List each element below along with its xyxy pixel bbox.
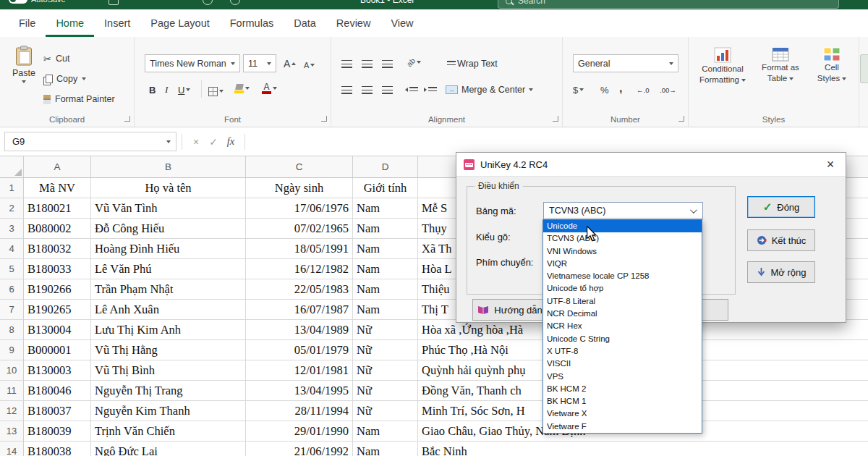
- column-header-a[interactable]: A: [24, 156, 91, 178]
- cell-a10[interactable]: B130003: [24, 360, 91, 381]
- dropdown-item[interactable]: NCR Decimal: [543, 308, 702, 320]
- cell-a3[interactable]: B080002: [24, 219, 91, 239]
- row-number[interactable]: 11: [0, 381, 24, 401]
- dropdown-item[interactable]: Unicode C String: [543, 333, 702, 345]
- align-right-button[interactable]: [382, 82, 393, 98]
- dropdown-item[interactable]: NCR Hex: [543, 320, 702, 332]
- font-size-combobox[interactable]: 11: [243, 54, 276, 72]
- cell-a12[interactable]: B180037: [24, 401, 91, 421]
- decrease-indent-button[interactable]: [405, 82, 418, 98]
- decrease-font-button[interactable]: A: [304, 57, 315, 73]
- row-number[interactable]: 1: [0, 178, 24, 198]
- font-name-combobox[interactable]: Times New Roman: [145, 54, 240, 72]
- cell-a4[interactable]: B180032: [24, 239, 91, 259]
- dropdown-item[interactable]: VPS: [543, 371, 702, 383]
- decrease-decimal-button[interactable]: .00→: [660, 82, 676, 98]
- insert-function-button[interactable]: fx: [222, 135, 239, 148]
- tab-view[interactable]: View: [380, 9, 423, 37]
- tab-review[interactable]: Review: [326, 9, 381, 37]
- cell-d12[interactable]: Nữ: [353, 401, 418, 421]
- bold-button[interactable]: B: [149, 82, 156, 98]
- cell-b9[interactable]: Vũ Thị Hằng: [91, 340, 246, 360]
- cell-a14[interactable]: B180038: [24, 442, 91, 456]
- mo-rong-button[interactable]: Mở rộng: [747, 261, 815, 283]
- cell-c9[interactable]: 05/01/1979: [246, 340, 353, 360]
- tab-file[interactable]: File: [9, 9, 46, 37]
- format-as-table-button[interactable]: Format as Table: [755, 47, 806, 83]
- cell-c14[interactable]: 21/06/1992: [246, 442, 353, 456]
- cell-d3[interactable]: Nam: [353, 219, 418, 239]
- enter-button[interactable]: ✓: [205, 136, 222, 148]
- row-number[interactable]: 3: [0, 219, 24, 239]
- cell-b14[interactable]: Ngô Đức Lai: [91, 442, 246, 456]
- autosave-toggle[interactable]: AutoSave: [9, 0, 66, 4]
- number-format-combobox[interactable]: General: [573, 54, 678, 72]
- cell-c8[interactable]: 13/04/1989: [246, 320, 353, 340]
- column-header-d[interactable]: D: [353, 156, 418, 178]
- dropdown-item[interactable]: TCVN3 (ABC): [543, 232, 702, 245]
- cell-b7[interactable]: Lê Anh Xuân: [91, 300, 246, 320]
- orientation-button[interactable]: ab: [407, 54, 421, 70]
- cell-d14[interactable]: Nam: [353, 442, 418, 456]
- dropdown-item[interactable]: Vietware X: [543, 408, 702, 420]
- merge-center-button[interactable]: ↔ Merge & Center: [446, 82, 533, 98]
- cell-b11[interactable]: Nguyễn Thị Trang: [91, 381, 246, 401]
- dropdown-item[interactable]: BK HCM 2: [543, 383, 702, 395]
- middle-align-button[interactable]: [362, 56, 373, 72]
- dong-button[interactable]: ✓ Đóng: [747, 196, 815, 218]
- cancel-button[interactable]: ×: [187, 136, 205, 148]
- cell-a2[interactable]: B180021: [24, 198, 91, 219]
- ket-thuc-button[interactable]: Kết thúc: [747, 229, 815, 251]
- cell-b6[interactable]: Trần Phạm Nhật: [91, 279, 246, 300]
- cell-b8[interactable]: Lưu Thị Kim Anh: [91, 320, 246, 340]
- cell-b5[interactable]: Lê Văn Phú: [91, 259, 246, 279]
- cell-c5[interactable]: 16/12/1982: [246, 259, 353, 279]
- increase-decimal-button[interactable]: ←.0: [637, 82, 649, 98]
- percent-style-button[interactable]: %: [600, 82, 609, 98]
- fill-color-button[interactable]: [234, 80, 250, 96]
- bang-ma-combobox[interactable]: TCVN3 (ABC): [543, 202, 703, 219]
- cell-d8[interactable]: Nữ: [353, 320, 418, 340]
- cell-b4[interactable]: Hoàng Đình Hiếu: [91, 239, 246, 259]
- cell-a5[interactable]: B180033: [24, 259, 91, 279]
- column-header-b[interactable]: B: [91, 156, 246, 178]
- row-number[interactable]: 12: [0, 401, 24, 421]
- cell-d5[interactable]: Nam: [353, 259, 418, 279]
- tab-page-layout[interactable]: Page Layout: [140, 9, 219, 37]
- cell-e14[interactable]: Bắc Ninh: [418, 442, 868, 456]
- dropdown-item[interactable]: BK HCM 1: [543, 395, 702, 408]
- select-all-corner[interactable]: [0, 156, 24, 178]
- dropdown-item[interactable]: VIQR: [543, 258, 702, 270]
- row-number[interactable]: 8: [0, 320, 24, 340]
- cell-d7[interactable]: Nam: [353, 300, 418, 320]
- cell-d10[interactable]: Nữ: [353, 360, 418, 381]
- dropdown-item[interactable]: Vietware F: [543, 421, 702, 433]
- column-header-c[interactable]: C: [246, 156, 353, 178]
- dropdown-item[interactable]: UTF-8 Literal: [543, 295, 702, 308]
- comma-style-button[interactable]: ,: [619, 80, 622, 96]
- cell-c1[interactable]: Ngày sinh: [246, 178, 353, 198]
- cell-c7[interactable]: 16/07/1987: [246, 300, 353, 320]
- copy-button[interactable]: Copy: [43, 70, 86, 88]
- huong-dan-button[interactable]: Hướng dẫn: [472, 299, 548, 321]
- row-number[interactable]: 10: [0, 360, 24, 381]
- row-number[interactable]: 5: [0, 259, 24, 279]
- dropdown-item[interactable]: Unicode: [543, 220, 702, 232]
- italic-button[interactable]: I: [165, 82, 168, 98]
- clipboard-dialog-launcher[interactable]: [124, 116, 130, 122]
- dropdown-item[interactable]: VNI Windows: [543, 245, 702, 258]
- tab-insert[interactable]: Insert: [94, 9, 140, 37]
- top-align-button[interactable]: [341, 56, 352, 72]
- cell-c3[interactable]: 07/02/1965: [246, 219, 353, 239]
- row-number[interactable]: 6: [0, 279, 24, 300]
- cell-b2[interactable]: Vũ Văn Tình: [91, 198, 246, 219]
- cell-d11[interactable]: Nữ: [353, 381, 418, 401]
- tab-formulas[interactable]: Formulas: [220, 9, 284, 37]
- tab-home[interactable]: Home: [46, 9, 94, 37]
- conditional-formatting-button[interactable]: Conditional Formatting: [694, 47, 751, 85]
- cell-d2[interactable]: Nam: [353, 198, 418, 219]
- cell-b1[interactable]: Họ và tên: [91, 178, 246, 198]
- bottom-align-button[interactable]: [382, 56, 393, 72]
- font-color-button[interactable]: A: [262, 80, 277, 96]
- cell-a7[interactable]: B190265: [24, 300, 91, 320]
